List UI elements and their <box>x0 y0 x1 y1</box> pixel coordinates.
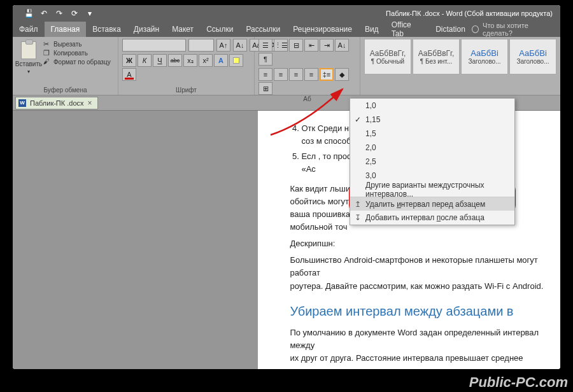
paragraph: Большинство Android-смартфонов и некотор… <box>290 254 548 292</box>
tab-file[interactable]: Файл <box>13 22 45 37</box>
style-sample: АаБбВвГг, <box>370 49 406 58</box>
qat-dropdown-icon[interactable]: ▾ <box>85 9 94 18</box>
paragraph: Дескрипшн: <box>290 237 548 250</box>
style-heading1[interactable]: АаБбВі Заголово... <box>461 39 508 74</box>
group-paragraph: ☰ ⋮☰ ⊟ ⇤ ⇥ A↓ ¶ ≡ ≡ ≡ ≡ ‡≡ ◆ ⊞ <box>255 37 360 95</box>
scissors-icon <box>43 40 51 48</box>
tab-mailings[interactable]: Рассылки <box>239 22 286 37</box>
font-group-label: Шрифт <box>122 86 250 95</box>
document-tab-name: Паблик-ПК .docx <box>30 99 84 107</box>
heading: Убираем интервал между абзацами в <box>290 302 548 321</box>
style-normal[interactable]: АаБбВвГг, ¶ Обычный <box>364 39 411 74</box>
spacing-option-1-5[interactable]: 1,5 <box>350 127 514 141</box>
tab-dictation[interactable]: Dictation <box>429 22 472 37</box>
superscript-button[interactable]: x² <box>199 54 213 67</box>
format-painter-button[interactable]: Формат по образцу <box>43 58 111 66</box>
tab-design[interactable]: Дизайн <box>127 22 166 37</box>
vertical-ruler <box>13 111 22 369</box>
increase-indent-button[interactable]: ⇥ <box>320 39 334 52</box>
align-left-button[interactable]: ≡ <box>258 68 272 81</box>
align-right-button[interactable]: ≡ <box>289 68 303 81</box>
ribbon: Вставить ▾ Вырезать Копировать Формат по… <box>13 37 560 95</box>
bold-button[interactable]: Ж <box>122 54 136 67</box>
font-name-combo[interactable] <box>122 39 186 52</box>
cut-label: Вырезать <box>53 41 81 48</box>
multilevel-list-button[interactable]: ⊟ <box>289 39 303 52</box>
copy-icon <box>43 49 51 57</box>
remove-space-before-paragraph[interactable]: ↥Удалить интервал перед абзацем <box>350 197 514 211</box>
undo-icon[interactable]: ↶ <box>39 9 48 18</box>
tab-view[interactable]: Вид <box>358 22 385 37</box>
clipboard-group-label: Буфер обмена <box>17 86 114 95</box>
line-spacing-button[interactable]: ‡≡ <box>320 68 334 81</box>
decrease-indent-button[interactable]: ⇤ <box>304 39 318 52</box>
sort-button[interactable]: A↓ <box>335 39 349 52</box>
save-icon[interactable]: 💾 <box>24 9 33 18</box>
style-sample: АаБбВі <box>470 48 499 58</box>
spacing-option-1-15[interactable]: ✓1,15 <box>350 113 514 127</box>
highlight-button[interactable] <box>229 54 243 67</box>
strikethrough-button[interactable]: abc <box>168 54 182 67</box>
add-space-after-paragraph[interactable]: ↧Добавить интервал после абзаца <box>350 211 514 225</box>
close-tab-icon[interactable]: × <box>88 99 92 108</box>
highlight-icon <box>233 57 239 64</box>
style-heading2-label: Заголово... <box>517 58 549 65</box>
font-color-button[interactable]: A <box>122 68 136 81</box>
word-icon: W <box>18 99 26 107</box>
group-clipboard: Вставить ▾ Вырезать Копировать Формат по… <box>13 37 118 95</box>
tab-references[interactable]: Ссылки <box>200 22 239 37</box>
tab-layout[interactable]: Макет <box>166 22 200 37</box>
watermark: Public-PC.com <box>464 373 573 392</box>
spacing-option-2-0[interactable]: 2,0 <box>350 141 514 155</box>
justify-button[interactable]: ≡ <box>304 68 318 81</box>
refresh-icon[interactable]: ⟳ <box>70 9 79 18</box>
group-font: A↑ A↓ Aa A̷ Ж К Ч abc x₂ x² A A Шрифт <box>118 37 255 95</box>
style-sample: АаБбВі <box>519 48 547 58</box>
borders-button[interactable]: ⊞ <box>258 82 272 95</box>
align-center-button[interactable]: ≡ <box>274 68 288 81</box>
grow-font-button[interactable]: A↑ <box>216 39 230 52</box>
word-window: 💾 ↶ ↷ ⟳ ▾ Паблик-ПК .docx - Word (Сбой а… <box>13 5 560 369</box>
spacing-option-1-0[interactable]: 1,0 <box>350 99 514 113</box>
spacing-options-more[interactable]: Другие варианты междустрочных интервалов… <box>350 183 514 197</box>
paste-button[interactable]: Вставить ▾ <box>17 39 41 74</box>
chevron-down-icon: ▾ <box>27 69 30 74</box>
font-size-combo[interactable] <box>188 39 214 52</box>
lightbulb-icon <box>472 25 479 33</box>
tab-office-tab[interactable]: Office Tab <box>385 22 430 37</box>
paste-label: Вставить <box>15 60 42 67</box>
title-bar: 💾 ↶ ↷ ⟳ ▾ Паблик-ПК .docx - Word (Сбой а… <box>13 5 560 22</box>
remove-before-icon: ↥ <box>350 200 365 209</box>
spacing-option-2-5[interactable]: 2,5 <box>350 155 514 169</box>
style-heading2[interactable]: АаБбВі Заголово... <box>509 39 556 74</box>
cut-button[interactable]: Вырезать <box>43 40 111 48</box>
tell-me-search[interactable]: Что вы хотите сделать? <box>472 22 560 37</box>
paragraph-group-label: Аб <box>258 95 356 104</box>
format-painter-label: Формат по образцу <box>53 59 111 66</box>
shading-button[interactable]: ◆ <box>335 68 349 81</box>
tab-insert[interactable]: Вставка <box>86 22 127 37</box>
style-no-spacing[interactable]: АаБбВвГг, ¶ Без инт... <box>413 39 460 74</box>
check-icon: ✓ <box>350 115 365 124</box>
style-heading1-label: Заголово... <box>469 58 501 65</box>
show-marks-button[interactable]: ¶ <box>258 53 272 66</box>
numbering-button[interactable]: ⋮☰ <box>274 39 288 52</box>
shrink-font-button[interactable]: A↓ <box>233 39 247 52</box>
bullets-button[interactable]: ☰ <box>258 39 272 52</box>
ribbon-tabs: Файл Главная Вставка Дизайн Макет Ссылки… <box>13 22 560 37</box>
underline-button[interactable]: Ч <box>153 54 167 67</box>
copy-label: Копировать <box>53 50 88 57</box>
quick-access-toolbar: 💾 ↶ ↷ ⟳ ▾ <box>13 9 94 18</box>
style-no-spacing-label: ¶ Без инт... <box>420 58 452 65</box>
subscript-button[interactable]: x₂ <box>183 54 197 67</box>
redo-icon[interactable]: ↷ <box>55 9 64 18</box>
tab-home[interactable]: Главная <box>45 22 87 37</box>
italic-button[interactable]: К <box>138 54 152 67</box>
copy-button[interactable]: Копировать <box>43 49 111 57</box>
tab-review[interactable]: Рецензирование <box>286 22 358 37</box>
tell-me-placeholder: Что вы хотите сделать? <box>483 22 554 37</box>
text-effects-button[interactable]: A <box>214 54 228 67</box>
document-tab[interactable]: W Паблик-ПК .docx × <box>15 97 98 109</box>
line-spacing-menu: 1,0 ✓1,15 1,5 2,0 2,5 3,0 Другие вариант… <box>350 98 515 225</box>
clipboard-icon <box>21 41 36 59</box>
